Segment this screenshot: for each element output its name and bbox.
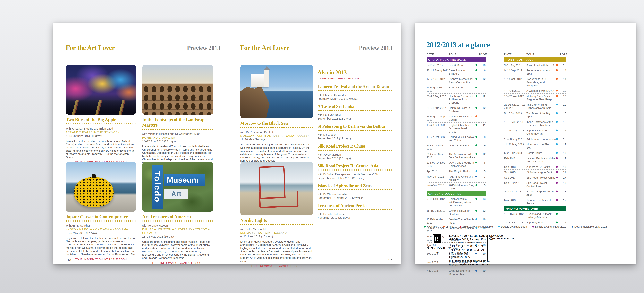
page-number-cell: 17 [560, 198, 566, 205]
table-row: 10–24 May 2013Japan: Classic to Contempo… [504, 128, 566, 136]
table-header: DATETOURPAGE [426, 53, 486, 57]
tour-title: Two Bites of the Big Apple [66, 117, 136, 122]
table-row: 6–20 Jun 2013Nordic Lights17 [504, 150, 566, 156]
column-header-tour: TOUR [449, 53, 476, 56]
page-number-cell: 9 [479, 184, 486, 190]
dotted-divider [318, 110, 392, 111]
tour-name-cell: Best of British [449, 86, 476, 92]
contact-line: w www.renaissancetours.com.au [449, 263, 503, 266]
tour-dates: 11–26 May (16 days) [240, 138, 313, 141]
status-dot-available [476, 198, 477, 200]
tour-name-cell: Silk Road Project: China [526, 176, 556, 179]
status-dot-limited [556, 69, 558, 71]
tour-date-cell: 28–31 Aug 2012 [426, 106, 449, 113]
tour-dates: September – October 2013 (2 weeks) [318, 196, 392, 200]
section-band: RAILWAY ADVENTURES [504, 206, 566, 211]
table-row: 4–7 Oct 2012A Weekend with MONA12 [504, 88, 566, 94]
tour-date-cell: Nov 2013 [504, 198, 526, 205]
legend-dot-limited [443, 226, 445, 228]
table-row: 9–24 Sep 2012Portugal & Northern Spain14 [504, 68, 566, 76]
tour-title: Treasures of Ancient Persia [318, 203, 392, 208]
tour-date-cell: 27 Nov–14 Dec 2012 [426, 161, 449, 168]
tour-description: Enjoy an in-depth look at art, sculpture… [240, 240, 313, 263]
tour-title: Silk Road Project I: China [318, 144, 392, 149]
status-dot-available [476, 162, 477, 163]
logo-name: Renaissance [426, 244, 447, 250]
page-number-cell: 8 [479, 135, 486, 142]
page-number-cell: 14 [560, 77, 566, 87]
tour-date-cell: 19 Aug–2 Sep 2012 [426, 86, 449, 92]
renaissance-tours-logo: R Renaissance Tours [426, 234, 447, 254]
tour-leader: with Jonathan Biggins and Brian Ladd [66, 127, 136, 130]
tour-route: MOSCOW – CENTRAL RUSSIA – YALTA – ODESSA [240, 134, 313, 138]
dotted-divider [318, 90, 392, 92]
page-number-cell: 17 [560, 181, 566, 188]
tour-dates: 15–27 April 2013 (13 days) [142, 139, 213, 143]
page-number-cell: 16 [560, 129, 566, 135]
table-row: 19 Aug–2 Sep 2012Best of British7 [426, 85, 486, 94]
tour-description: Begin with a full week in the historic i… [66, 236, 136, 256]
status-dot-available [476, 78, 477, 80]
status-dot-limited [556, 78, 558, 80]
dotted-divider [66, 220, 136, 222]
sea-cliff [240, 83, 286, 118]
tour-description: An ‘off-the-beaten track’ journey from M… [240, 143, 313, 162]
tour-date-cell: Apr 2013 [426, 170, 449, 173]
tour-name-cell: Hamburg Opera and Philharmonic in Brisba… [449, 95, 476, 104]
tour-title: Japan: Classic to Contemporary [66, 214, 136, 219]
status-dot-late2012 [556, 190, 558, 192]
tour-date-cell: 5–15 Jan 2013 [504, 112, 526, 118]
tour-date-cell: 18–28 Aug 2012 [504, 212, 526, 219]
also-tour-item: Lantern Festival and the Arts in Taiwanw… [318, 84, 392, 101]
table-row: 27 Nov–14 Dec 2012Opera and the Arts in … [426, 160, 486, 169]
page-number-cell: 12 [479, 77, 486, 84]
also-tour-item: Islands of Aphrodite and Zeuswith Dr Chr… [318, 183, 392, 200]
table-row: May–Jun 2013Riga Ring Cycle and Moscow3 [426, 174, 486, 183]
table-row: 23 Jul–5 Aug 2012Savonlinna to Salzburg6 [426, 68, 486, 76]
status-dot-available [476, 107, 477, 109]
tour-name-cell: Hamburg Ballet in Brisbane [449, 106, 476, 113]
tour-name-cell: Lantern Festival and the Arts in Taiwan [526, 157, 556, 163]
yellow-pumpkin-sculpture [74, 177, 114, 207]
also-tour-item: Treasures of Ancient Persiawith Dr John … [318, 203, 392, 220]
tour-name-cell: A Taste of Sri Lanka [526, 165, 556, 168]
page-header: For the Art Lover Preview 2013 [240, 44, 392, 52]
status-dot-soon [476, 170, 477, 172]
toledo-sign-text: Toledo [152, 171, 162, 203]
logo-subname: Tours [426, 250, 447, 254]
status-dot-soon [476, 218, 477, 220]
tour-name-cell: Sydney International Piano Competition [449, 77, 476, 84]
section-title: For the Art Lover [240, 44, 289, 52]
table-row: 11–15 Oct 2012Griffith Festival of Garde… [426, 208, 486, 217]
dotted-divider [318, 169, 392, 171]
page-number-cell: 12 [479, 106, 486, 113]
tour-name-cell: Islands of Aphrodite and Zeus [526, 190, 556, 196]
dotted-divider [142, 220, 213, 222]
column-header-date: DATE [504, 53, 526, 56]
legend-label: Available [427, 225, 438, 228]
page-number-cell: 9 [479, 144, 486, 150]
red-chair-seat [259, 191, 298, 208]
tour-date-cell: 23 Jul–5 Aug 2012 [426, 69, 449, 75]
brochure-scan: { "left_page": { "page_number_left": "16… [0, 0, 644, 293]
legend-label: Details available soon [501, 225, 527, 228]
tour-name-cell: Moscow to the Black Sea [526, 143, 556, 149]
status-dot-limited [476, 116, 477, 117]
section-band: FOR THE ART LOVER [504, 57, 566, 63]
tour-title: Lantern Festival and the Arts in Taiwan [318, 84, 392, 89]
status-dot-soon [556, 121, 558, 123]
tour-name-cell: Beijing Music Festival and China [449, 135, 476, 142]
tour-name-cell: Treasures of Ancient Persia [526, 198, 556, 205]
museum-sign-panel: Museum [164, 174, 205, 186]
table-row: 13–27 Nov 2012Mekong River Cruise: Saigo… [504, 94, 566, 102]
tour-card: In the Footsteps of the Landscape Master… [142, 65, 213, 169]
column-header-page: PAGE [479, 53, 486, 56]
left-spread-page: For the Art Lover Preview 2013 For the A… [54, 23, 400, 264]
tour-name-cell: 2013 Melbourne Ring Cycle [449, 184, 476, 190]
status-dot-early2013 [476, 270, 477, 272]
tour-dates: September 2013 (17 days) [318, 137, 392, 140]
tour-name-cell: Sea & Music [449, 64, 476, 67]
page-number-cell: 10 [479, 64, 486, 67]
toledo-photo: ToledoMuseumArt [142, 162, 213, 212]
table-row: 23–26 Aug 2012Hamburg Opera and Philharm… [426, 94, 486, 105]
